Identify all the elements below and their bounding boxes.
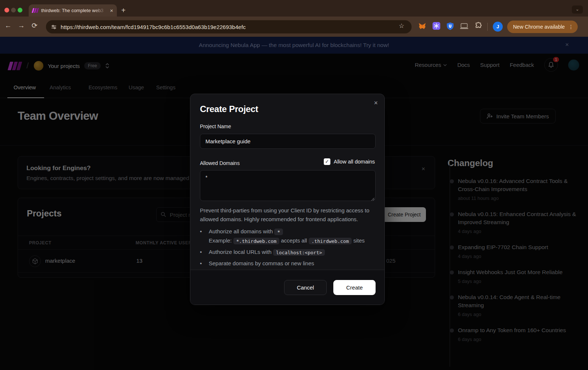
create-button[interactable]: Create (333, 280, 376, 295)
help-bullet-3: • Separate domains by commas or new line… (200, 259, 377, 268)
browser-profile-avatar[interactable]: J (493, 22, 503, 32)
new-chrome-label: New Chrome available (513, 24, 565, 30)
modal-footer: Cancel Create (190, 270, 384, 305)
url-bar[interactable]: https://thirdweb.com/team/fcd194917bc9c6… (46, 20, 412, 33)
thirdweb-favicon-icon (32, 8, 38, 13)
metamask-extension-icon[interactable] (418, 22, 426, 30)
browser-tab[interactable]: thirdweb: The complete web3 × (29, 4, 117, 17)
browser-menu-icon[interactable]: ⋮ (569, 24, 574, 30)
domains-help-list: • Authorize all domains with * Example: … (200, 227, 377, 270)
allowed-domains-label: Allowed Domains (200, 160, 240, 166)
site-settings-icon[interactable] (51, 24, 57, 30)
modal-title: Create Project (200, 104, 258, 114)
forward-icon[interactable]: → (16, 22, 26, 30)
laptop-extension-icon[interactable] (460, 23, 469, 29)
code-localhost: localhost:<port> (273, 249, 325, 256)
textarea-resize-handle[interactable] (371, 197, 374, 201)
code-wildcard-domain: *.thirdweb.com (233, 238, 280, 244)
reload-icon[interactable]: ⟳ (29, 21, 40, 30)
allowed-domains-textarea[interactable]: * (200, 170, 376, 201)
modal-close-icon[interactable]: × (374, 99, 378, 107)
domains-description: Prevent third-parties from using your Cl… (200, 206, 376, 223)
allow-all-checkbox[interactable]: ✓ (324, 158, 330, 165)
titlebar-collapse-icon[interactable]: ⌄ (572, 6, 583, 14)
tab-close-icon[interactable]: × (110, 7, 113, 14)
help-bullet-2: • Authorize local URLs with localhost:<p… (200, 248, 377, 257)
create-project-modal: × Create Project Project Name Allowed Do… (190, 94, 385, 305)
snowflake-extension-icon[interactable] (433, 22, 440, 30)
new-tab-button[interactable]: + (121, 6, 126, 15)
allow-all-label[interactable]: Allow all domains (334, 159, 375, 165)
cancel-button[interactable]: Cancel (284, 280, 327, 295)
code-domain: .thirdweb.com (309, 238, 352, 244)
new-chrome-available-button[interactable]: New Chrome available ⋮ (507, 21, 578, 33)
toolbar-divider (487, 23, 488, 31)
bullet-icon: • (200, 259, 209, 268)
help-bullet-1: • Authorize all domains with * Example: … (200, 227, 377, 245)
traffic-zoom-button[interactable] (18, 8, 22, 12)
bullet-icon: • (200, 248, 209, 257)
traffic-close-button[interactable] (4, 8, 9, 12)
extensions-puzzle-icon[interactable] (474, 22, 482, 30)
screen: thirdweb: The complete web3 × + ⌄ ← → ⟳ … (0, 0, 588, 370)
bookmark-star-icon[interactable]: ☆ (399, 22, 404, 30)
back-icon[interactable]: ← (3, 22, 13, 30)
allow-all-domains-row[interactable]: ✓ Allow all domains (324, 158, 375, 165)
url-text[interactable]: https://thirdweb.com/team/fcd194917bc9c6… (61, 24, 246, 30)
project-name-input[interactable] (200, 134, 376, 149)
code-asterisk: * (274, 229, 283, 235)
project-name-label: Project Name (200, 123, 231, 129)
shield-extension-icon[interactable] (447, 22, 454, 30)
bullet-icon: • (200, 227, 209, 245)
tab-title-fade (94, 4, 107, 17)
traffic-minimize-button[interactable] (11, 8, 16, 12)
